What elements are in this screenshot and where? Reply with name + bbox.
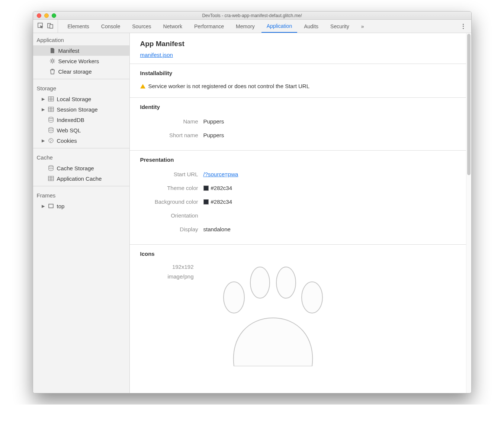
sidebar-item-application-cache[interactable]: ▶ Application Cache — [33, 173, 129, 184]
sidebar-section-frames: Frames — [33, 189, 129, 201]
devtools-window: DevTools - cra-web-app-manifest-defaut.g… — [33, 11, 472, 393]
vertical-scrollbar[interactable] — [466, 33, 471, 393]
zoom-window-button[interactable] — [52, 13, 56, 18]
panel-tabs: Elements Console Sources Network Perform… — [58, 20, 369, 33]
inspect-icon[interactable] — [38, 23, 44, 30]
sidebar-item-label: Session Storage — [57, 106, 98, 113]
file-icon — [49, 48, 55, 54]
sidebar-item-indexeddb[interactable]: ▶ IndexedDB — [33, 115, 129, 125]
frame-icon — [48, 203, 54, 209]
field-label: Name — [140, 118, 203, 125]
section-heading: Icons — [140, 251, 456, 257]
field-label: Background color — [140, 199, 203, 205]
tab-console[interactable]: Console — [96, 20, 125, 33]
sidebar-item-label: Service Workers — [58, 58, 99, 64]
theme-color-swatch — [203, 186, 209, 191]
sidebar-item-cache-storage[interactable]: ▶ Cache Storage — [33, 163, 129, 173]
svg-point-18 — [302, 282, 322, 313]
svg-point-8 — [49, 138, 53, 143]
installability-warning: Service worker is not registered or does… — [148, 83, 310, 89]
section-heading: Identity — [140, 104, 456, 110]
sidebar-item-local-storage[interactable]: ▶ Local Storage — [33, 94, 129, 104]
sidebar-item-clear-storage[interactable]: ▶ Clear storage — [33, 66, 129, 77]
identity-section: Identity NamePuppers Short namePuppers — [130, 98, 466, 151]
warning-icon — [140, 84, 145, 88]
field-value: standalone — [203, 226, 231, 232]
tab-security[interactable]: Security — [325, 20, 354, 33]
manifest-link[interactable]: manifest.json — [140, 52, 173, 58]
sidebar-item-top-frame[interactable]: ▶ top — [33, 201, 129, 211]
sidebar-item-label: IndexedDB — [57, 117, 84, 123]
sidebar-item-label: Cache Storage — [57, 165, 94, 171]
tab-application[interactable]: Application — [261, 20, 298, 33]
installability-section: Installability Service worker is not reg… — [130, 64, 466, 98]
field-label: Short name — [140, 132, 203, 138]
kebab-menu-icon[interactable] — [461, 24, 466, 29]
icons-section: Icons 192x192 image/png — [130, 245, 466, 366]
sidebar-item-session-storage[interactable]: ▶ Session Storage — [33, 104, 129, 115]
sidebar-item-label: Clear storage — [58, 68, 92, 75]
icon-size: 192x192 — [140, 262, 194, 272]
svg-point-6 — [49, 117, 53, 119]
svg-point-9 — [50, 139, 51, 140]
panel-title: App Manifest — [140, 40, 456, 48]
field-value: #282c34 — [211, 199, 232, 205]
field-label: Theme color — [140, 185, 203, 191]
section-heading: Presentation — [140, 157, 456, 163]
sidebar-item-label: Application Cache — [57, 175, 102, 182]
svg-point-15 — [224, 282, 244, 313]
tab-sources[interactable]: Sources — [127, 20, 156, 33]
grid-icon — [48, 175, 54, 181]
devtools-body: Application ▶ Manifest ▶ Service Workers… — [33, 33, 471, 393]
application-sidebar: Application ▶ Manifest ▶ Service Workers… — [33, 33, 130, 393]
sidebar-item-label: Web SQL — [57, 127, 81, 133]
sidebar-item-label: Manifest — [58, 48, 80, 54]
database-icon — [48, 127, 54, 133]
sidebar-section-application: Application — [33, 33, 129, 45]
tab-elements[interactable]: Elements — [62, 20, 94, 33]
tab-audits[interactable]: Audits — [299, 20, 324, 33]
close-window-button[interactable] — [37, 13, 41, 18]
grid-icon — [48, 106, 54, 112]
app-icon-preview — [204, 262, 338, 366]
grid-icon — [48, 96, 54, 102]
field-value: Puppers — [203, 118, 224, 125]
manifest-panel: App Manifest manifest.json Installabilit… — [130, 33, 471, 393]
presentation-section: Presentation Start URL/?source=pwa Theme… — [130, 151, 466, 245]
section-heading: Installability — [140, 70, 456, 76]
tab-network[interactable]: Network — [158, 20, 187, 33]
cookie-icon — [48, 138, 54, 144]
gear-icon — [49, 58, 55, 64]
svg-point-10 — [51, 140, 52, 141]
svg-rect-2 — [50, 25, 53, 28]
sidebar-item-label: Local Storage — [57, 96, 92, 102]
minimize-window-button[interactable] — [44, 13, 49, 18]
field-value: #282c34 — [211, 185, 232, 191]
trash-icon — [49, 68, 55, 74]
field-label: Orientation — [140, 212, 203, 219]
svg-rect-14 — [49, 204, 53, 208]
sidebar-item-cookies[interactable]: ▶ Cookies — [33, 135, 129, 146]
start-url-link[interactable]: /?source=pwa — [203, 171, 238, 177]
tab-performance[interactable]: Performance — [189, 20, 229, 33]
field-value: Puppers — [203, 132, 224, 138]
sidebar-item-service-workers[interactable]: ▶ Service Workers — [33, 56, 129, 66]
svg-point-12 — [49, 165, 53, 167]
device-toggle-icon[interactable] — [47, 23, 53, 30]
database-icon — [48, 165, 54, 171]
svg-point-7 — [49, 128, 53, 129]
window-title: DevTools - cra-web-app-manifest-defaut.g… — [33, 13, 471, 18]
sidebar-item-websql[interactable]: ▶ Web SQL — [33, 125, 129, 135]
sidebar-item-label: Cookies — [57, 138, 77, 144]
svg-point-17 — [276, 267, 296, 298]
field-label: Start URL — [140, 171, 203, 177]
svg-point-16 — [250, 267, 270, 298]
tab-overflow[interactable]: » — [356, 20, 369, 33]
sidebar-item-manifest[interactable]: ▶ Manifest — [33, 45, 129, 56]
svg-point-11 — [50, 141, 51, 142]
sidebar-section-storage: Storage — [33, 81, 129, 94]
database-icon — [48, 117, 54, 123]
devtools-tabbar: Elements Console Sources Network Perform… — [33, 20, 471, 33]
scrollbar-thumb[interactable] — [467, 34, 471, 175]
tab-memory[interactable]: Memory — [231, 20, 260, 33]
